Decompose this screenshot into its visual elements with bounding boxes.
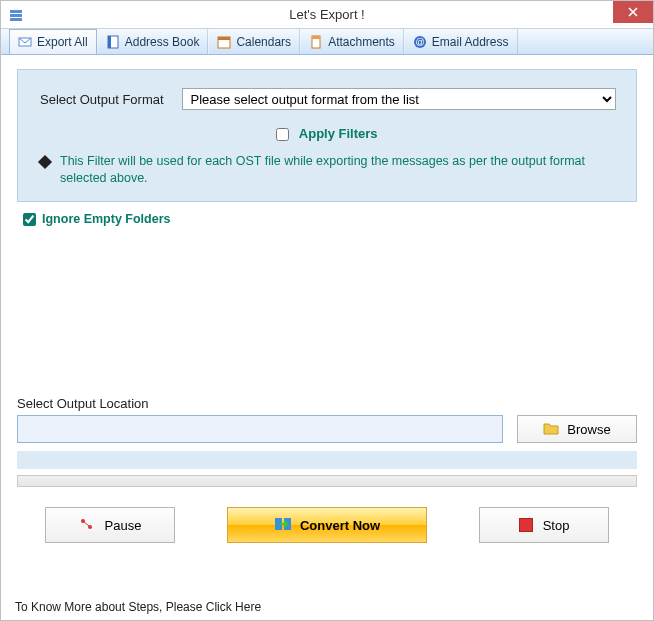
- svg-rect-5: [108, 36, 111, 48]
- calendar-icon: [217, 35, 231, 49]
- tab-attachments[interactable]: Attachments: [300, 29, 404, 54]
- convert-label: Convert Now: [300, 518, 380, 533]
- convert-icon: [274, 515, 292, 536]
- format-label: Select Output Format: [40, 92, 164, 107]
- svg-text:@: @: [415, 37, 424, 47]
- convert-button[interactable]: Convert Now: [227, 507, 427, 543]
- svg-rect-1: [10, 14, 22, 17]
- tab-email-address[interactable]: @ Email Address: [404, 29, 518, 54]
- tab-calendars[interactable]: Calendars: [208, 29, 300, 54]
- envelope-icon: [18, 35, 32, 49]
- browse-button[interactable]: Browse: [517, 415, 637, 443]
- at-icon: @: [413, 35, 427, 49]
- svg-rect-9: [312, 36, 320, 39]
- format-panel: Select Output Format Please select outpu…: [17, 69, 637, 202]
- svg-rect-7: [218, 37, 230, 40]
- svg-rect-0: [10, 10, 22, 13]
- window-title: Let's Export !: [289, 7, 364, 22]
- ignore-empty-checkbox[interactable]: [23, 213, 36, 226]
- status-bar: [17, 451, 637, 469]
- diamond-icon: [38, 155, 52, 169]
- filter-note: This Filter will be used for each OST fi…: [60, 153, 618, 187]
- footer-link[interactable]: To Know More about Steps, Please Click H…: [15, 600, 261, 614]
- clip-icon: [309, 35, 323, 49]
- book-icon: [106, 35, 120, 49]
- tab-export-all[interactable]: Export All: [9, 29, 97, 54]
- pause-label: Pause: [105, 518, 142, 533]
- tab-address-book[interactable]: Address Book: [97, 29, 209, 54]
- folder-icon: [543, 421, 559, 438]
- progress-bar: [17, 475, 637, 487]
- pause-icon: [79, 516, 95, 535]
- tab-label: Export All: [37, 35, 88, 49]
- stop-icon: [519, 518, 533, 532]
- tabbar: Export All Address Book Calendars Attach…: [1, 29, 653, 55]
- browse-label: Browse: [567, 422, 610, 437]
- app-icon: [7, 6, 25, 24]
- ignore-empty-label[interactable]: Ignore Empty Folders: [42, 212, 171, 226]
- output-location-label: Select Output Location: [17, 396, 637, 411]
- tab-label: Address Book: [125, 35, 200, 49]
- titlebar: Let's Export !: [1, 1, 653, 29]
- close-button[interactable]: [613, 1, 653, 23]
- tab-label: Attachments: [328, 35, 395, 49]
- svg-rect-2: [10, 18, 22, 21]
- stop-button[interactable]: Stop: [479, 507, 609, 543]
- stop-label: Stop: [543, 518, 570, 533]
- tab-label: Calendars: [236, 35, 291, 49]
- apply-filters-label[interactable]: Apply Filters: [299, 126, 378, 141]
- format-select[interactable]: Please select output format from the lis…: [182, 88, 616, 110]
- apply-filters-checkbox[interactable]: [276, 128, 289, 141]
- pause-button[interactable]: Pause: [45, 507, 175, 543]
- tab-label: Email Address: [432, 35, 509, 49]
- output-location-input[interactable]: [17, 415, 503, 443]
